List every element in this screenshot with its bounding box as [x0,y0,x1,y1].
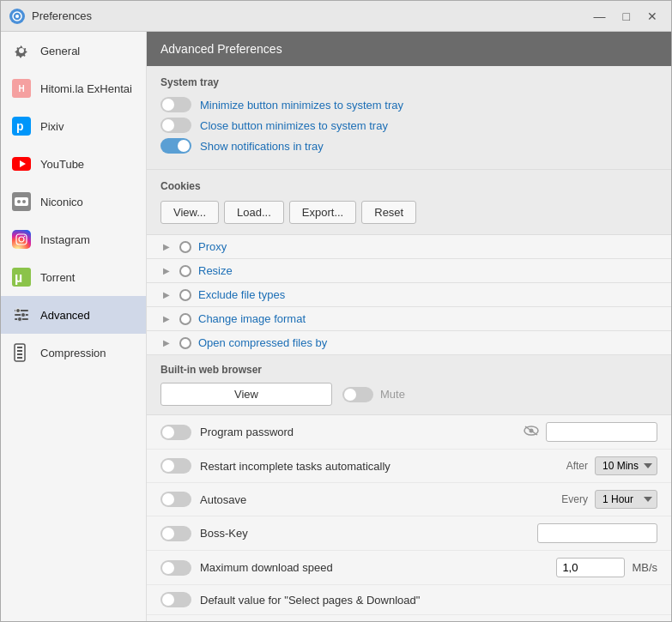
browser-section-title: Built-in web browser [160,364,657,376]
main-panel: Advanced Preferences System tray Minimiz… [147,32,671,621]
sidebar-item-instagram[interactable]: Instagram [1,220,146,258]
sidebar-item-youtube[interactable]: YouTube [1,145,146,183]
svg-rect-24 [17,353,22,355]
max-download-row: Maximum download speed MB/s [147,551,671,585]
max-download-toggle[interactable] [160,560,191,576]
boss-key-row: Boss-Key [147,516,671,551]
niconico-icon [11,191,32,212]
sidebar-item-torrent-label: Torrent [40,271,75,284]
change-format-radio-row[interactable]: ▶ Change image format [147,307,671,331]
boss-key-toggle[interactable] [160,526,191,541]
close-toggle-row: Close button minimizes to system tray [160,118,657,133]
maximize-button[interactable]: □ [618,8,635,25]
gear-icon [11,40,32,61]
eye-icon[interactable] [524,425,539,440]
load-cookies-button[interactable]: Load... [224,201,284,224]
sidebar-item-pixiv[interactable]: p Pixiv [1,107,146,145]
advanced-icon [11,305,32,325]
browser-view-button[interactable]: View [160,383,332,406]
autosave-toggle[interactable] [160,492,191,507]
open-compressed-radio[interactable] [179,337,191,349]
reset-cookies-button[interactable]: Reset [361,201,416,224]
program-password-label: Program password [200,426,515,438]
svg-rect-23 [17,350,22,352]
svg-point-1 [15,15,19,18]
pixiv-icon: p [11,116,32,136]
minimize-button[interactable]: — [589,8,611,25]
system-tray-section: System tray Minimize button minimizes to… [147,66,671,170]
title-bar: Preferences — □ ✕ [1,1,671,32]
proxy-label: Proxy [198,240,227,253]
default-select-label: Default value for "Select pages & Downlo… [200,594,657,607]
svg-point-19 [21,313,26,317]
browser-section: Built-in web browser View Mute [147,355,671,415]
after-label: After [566,460,588,472]
hitomi-icon: H [11,78,32,99]
sidebar-item-advanced[interactable]: Advanced [1,296,146,334]
cookies-buttons: View... Load... Export... Reset [160,201,657,224]
max-download-label: Maximum download speed [200,561,548,574]
minimize-toggle[interactable] [160,97,191,112]
autosave-dropdown[interactable]: 1 Hour 30 Mins 2 Hours [595,490,657,509]
sidebar-item-niconico-label: Niconico [40,196,83,208]
proxy-expand-icon: ▶ [160,241,173,253]
svg-text:p: p [16,119,24,133]
autosave-right: Every 1 Hour 30 Mins 2 Hours [561,490,657,509]
restart-dropdown[interactable]: 10 Mins 5 Mins 15 Mins 30 Mins [595,456,657,475]
program-password-toggle[interactable] [160,425,191,440]
max-download-input[interactable] [556,558,625,577]
svg-rect-7 [15,197,28,206]
boss-key-input[interactable] [537,523,657,543]
mute-toggle[interactable] [342,387,373,402]
change-format-label: Change image format [198,312,306,325]
exclude-radio-row[interactable]: ▶ Exclude file types [147,283,671,307]
close-toggle[interactable] [160,118,191,133]
proxy-radio[interactable] [179,241,191,253]
instagram-icon [11,229,32,250]
resize-radio-row[interactable]: ▶ Resize [147,259,671,283]
sidebar-item-niconico[interactable]: Niconico [1,183,146,220]
exclude-radio[interactable] [179,289,191,301]
sidebar-item-hitomi[interactable]: H Hitomi.la ExHentai [1,69,146,107]
minimize-toggle-row: Minimize button minimizes to system tray [160,97,657,112]
view-cookies-button[interactable]: View... [160,201,219,224]
export-cookies-button[interactable]: Export... [289,201,356,224]
proxy-radio-row[interactable]: ▶ Proxy [147,235,671,259]
sidebar-item-youtube-label: YouTube [40,158,84,171]
open-compressed-radio-row[interactable]: ▶ Open compressed files by [147,331,671,355]
panel-header-title: Advanced Preferences [160,42,282,56]
program-password-row: Program password [147,415,671,450]
restart-incomplete-toggle[interactable] [160,458,191,474]
restart-incomplete-label: Restart incomplete tasks automatically [200,460,558,473]
sidebar-item-torrent[interactable]: µ Torrent [1,258,146,296]
open-compressed-label: Open compressed files by [198,336,327,349]
program-password-right [524,422,657,442]
program-password-input[interactable] [546,422,657,442]
resize-radio[interactable] [179,265,191,277]
panel-header: Advanced Preferences [147,32,671,66]
window-controls: — □ ✕ [589,8,663,25]
svg-point-20 [18,317,22,322]
change-format-radio[interactable] [179,313,191,325]
mute-row: Mute [342,387,405,402]
notifications-toggle[interactable] [160,138,191,154]
sidebar-item-hitomi-label: Hitomi.la ExHentai [40,82,132,95]
sidebar-item-general[interactable]: General [1,32,146,69]
svg-text:µ: µ [15,270,22,285]
default-select-toggle[interactable] [160,592,191,607]
sidebar-item-advanced-label: Advanced [40,309,90,322]
svg-rect-22 [17,347,22,348]
svg-point-11 [19,237,24,242]
svg-point-12 [24,236,26,238]
exclude-label: Exclude file types [198,288,285,301]
notifications-toggle-row: Show notifications in tray [160,138,657,154]
svg-point-8 [17,200,21,203]
close-button[interactable]: ✕ [642,8,663,25]
exclude-expand-icon: ▶ [160,289,173,301]
cookies-section: Cookies View... Load... Export... Reset [147,170,671,235]
sidebar: General H Hitomi.la ExHentai p Pixiv [1,32,147,621]
sidebar-item-compression[interactable]: Compression [1,334,146,371]
boss-key-label: Boss-Key [200,527,529,540]
close-toggle-label: Close button minimizes to system tray [200,119,388,132]
boss-key-right [537,523,657,543]
